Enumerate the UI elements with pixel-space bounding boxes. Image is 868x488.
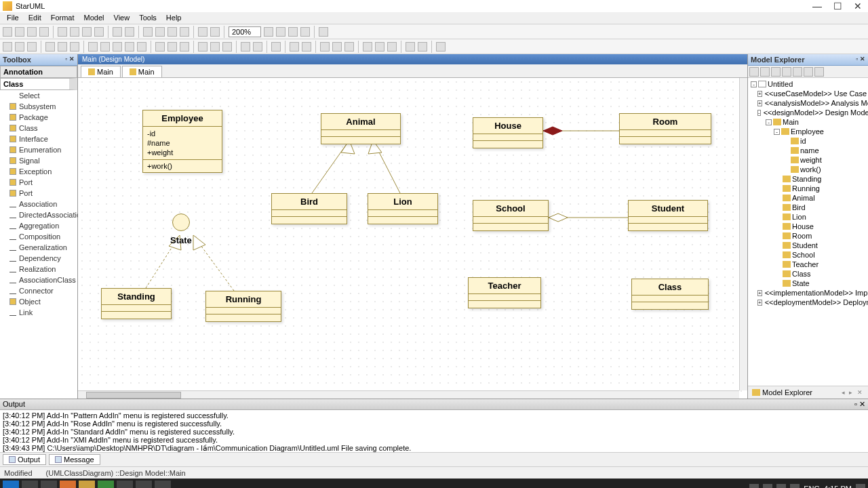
ly-h[interactable]	[387, 42, 397, 52]
tray-bat-icon[interactable]	[790, 484, 800, 488]
fmt-e[interactable]	[100, 42, 110, 52]
tree-emp-id[interactable]: id	[749, 136, 867, 146]
search-button[interactable]	[22, 481, 38, 488]
exp-btn-g[interactable]	[814, 67, 824, 77]
app-2[interactable]	[79, 481, 95, 488]
tb-d[interactable]	[198, 27, 208, 37]
menu-model[interactable]: Model	[80, 12, 108, 24]
tool-exception[interactable]: Exception	[0, 166, 77, 177]
tree-bird[interactable]: Bird	[749, 203, 867, 212]
minimize-button[interactable]: —	[807, 1, 827, 12]
app-4[interactable]	[117, 481, 133, 488]
aln-h[interactable]	[253, 42, 262, 52]
tree-room[interactable]: Room	[749, 231, 867, 241]
find-button[interactable]	[143, 27, 153, 37]
fmt-h[interactable]	[137, 42, 146, 52]
tool-composition[interactable]: Composition	[0, 231, 77, 242]
exp-btn-e[interactable]	[793, 67, 802, 77]
tool-enumeration[interactable]: Enumeration	[0, 144, 77, 155]
tab-main-2[interactable]: Main	[122, 66, 162, 77]
aln-g[interactable]	[241, 42, 250, 52]
tree-teacher[interactable]: Teacher	[749, 260, 867, 269]
tool-package[interactable]: Package	[0, 112, 77, 123]
tool-dependency[interactable]: Dependency	[0, 253, 77, 264]
cut-button[interactable]	[58, 27, 67, 37]
tree-design[interactable]: -<<designModel>> Design Model	[749, 108, 867, 117]
fmt-c[interactable]	[27, 42, 37, 52]
tree-deploy[interactable]: +<<deploymentModel>> Deployment Mod	[749, 298, 867, 307]
zoom-out-button[interactable]	[264, 27, 273, 37]
exp-btn-b[interactable]	[760, 67, 770, 77]
tb-a[interactable]	[155, 27, 165, 37]
menu-format[interactable]: Format	[47, 12, 79, 24]
tb-c[interactable]	[180, 27, 189, 37]
class-lion[interactable]: Lion	[368, 193, 438, 224]
toolbox-pin-icon[interactable]: ▫ ✕	[65, 56, 75, 64]
aln-i[interactable]	[271, 42, 281, 52]
aln-d[interactable]	[198, 42, 208, 52]
explorer-tree[interactable]: -Untitled+<<useCaseModel>> Use Case Mode…	[748, 78, 868, 386]
taskview-button[interactable]	[41, 481, 57, 488]
tb-b[interactable]	[167, 27, 177, 37]
toolbox-section-annotation[interactable]: Annotation	[0, 66, 77, 78]
class-student[interactable]: Student	[628, 200, 708, 231]
toolbox-section-class[interactable]: Class	[0, 78, 77, 90]
menu-view[interactable]: View	[110, 12, 134, 24]
tool-connector[interactable]: Connector	[0, 285, 77, 296]
print-button[interactable]	[39, 27, 49, 37]
tool-port[interactable]: Port	[0, 188, 77, 199]
tree-lion[interactable]: Lion	[749, 212, 867, 222]
tool-object[interactable]: Object	[0, 296, 77, 307]
save-button[interactable]	[27, 27, 37, 37]
delete-button[interactable]	[94, 27, 104, 37]
maximize-button[interactable]: ☐	[827, 1, 848, 12]
menu-help[interactable]: Help	[162, 12, 186, 24]
ly-b[interactable]	[302, 42, 311, 52]
zoom-fit-button[interactable]	[288, 27, 298, 37]
canvas-hscroll[interactable]	[78, 390, 739, 399]
ly-j[interactable]	[418, 42, 427, 52]
exp-btn-a[interactable]	[749, 67, 759, 77]
output-tab-message[interactable]: Message	[49, 454, 100, 465]
open-button[interactable]	[15, 27, 24, 37]
tree-emp-name[interactable]: name	[749, 146, 867, 155]
tool-port[interactable]: Port	[0, 177, 77, 188]
tree-school[interactable]: School	[749, 250, 867, 260]
new-button[interactable]	[3, 27, 12, 37]
tool-associationclass[interactable]: AssociationClass	[0, 274, 77, 285]
fmt-f[interactable]	[113, 42, 122, 52]
tool-signal[interactable]: Signal	[0, 155, 77, 166]
tree-running[interactable]: Running	[749, 184, 867, 193]
tool-realization[interactable]: Realization	[0, 264, 77, 274]
explorer-pin-icon[interactable]: ▫ ✕	[856, 56, 865, 64]
app-6[interactable]	[155, 481, 171, 488]
tree-emp-weight[interactable]: weight	[749, 155, 867, 165]
tool-association[interactable]: Association	[0, 199, 77, 209]
tray-lang[interactable]: ENG	[804, 485, 820, 488]
canvas-vscroll[interactable]	[739, 78, 747, 390]
tool-class[interactable]: Class	[0, 123, 77, 134]
ly-i[interactable]	[406, 42, 415, 52]
tree-animal[interactable]: Animal	[749, 193, 867, 203]
redo-button[interactable]	[125, 27, 134, 37]
aln-c[interactable]	[180, 42, 189, 52]
tree-analysis[interactable]: +<<analysisModel>> Analysis Model	[749, 98, 867, 108]
tray-net-icon[interactable]	[763, 484, 772, 488]
class-school[interactable]: School	[473, 200, 549, 231]
tool-subsystem[interactable]: Subsystem	[0, 101, 77, 112]
tool-select[interactable]: Select	[0, 90, 77, 101]
menu-file[interactable]: File	[3, 12, 23, 24]
output-tab-output[interactable]: Output	[3, 454, 46, 465]
aln-b[interactable]	[167, 42, 177, 52]
fmt-color[interactable]	[58, 42, 67, 52]
exp-btn-f[interactable]	[804, 67, 813, 77]
zoom-combo[interactable]: 200%	[229, 26, 261, 37]
tree-impl[interactable]: +<<implementationModel>> Implementation	[749, 288, 867, 298]
tool-directedassociation[interactable]: DirectedAssociation	[0, 209, 77, 220]
tb-f[interactable]	[319, 27, 328, 37]
interface-state[interactable]: State	[170, 214, 192, 245]
tool-aggregation[interactable]: Aggregation	[0, 220, 77, 231]
tray-vol-icon[interactable]	[776, 484, 786, 488]
start-button[interactable]	[3, 481, 19, 488]
menu-tools[interactable]: Tools	[135, 12, 161, 24]
